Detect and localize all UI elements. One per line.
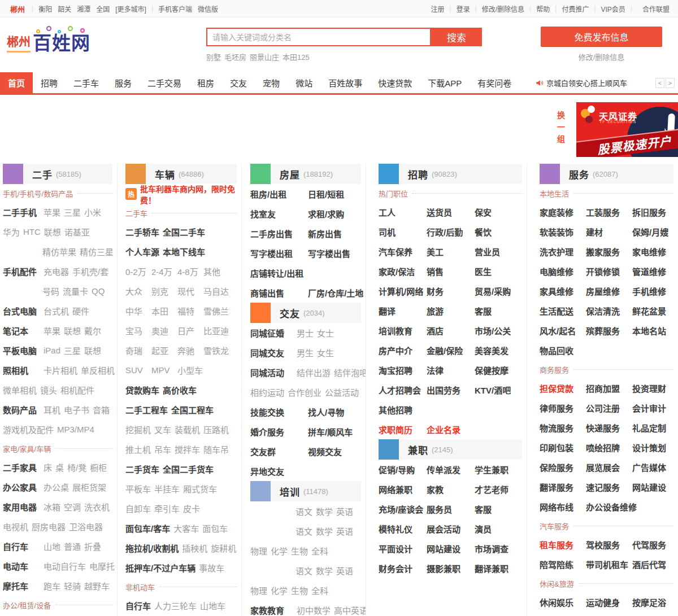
app-link[interactable]: 手机客户端 (158, 6, 192, 14)
category-link[interactable]: 演员 (475, 523, 520, 535)
category-link[interactable]: 保安 (475, 206, 520, 218)
category-link[interactable]: 办公设备维修 (586, 501, 637, 513)
sub-link[interactable]: 男生 (297, 347, 314, 359)
sub-link[interactable]: 挖掘机 (125, 423, 151, 435)
sub-link[interactable]: 宝马 (125, 325, 149, 337)
category-link[interactable]: 会计审计 (632, 402, 676, 414)
category-link[interactable]: 送货员 (427, 206, 472, 218)
ad-banner[interactable]: 天风证券 TF SECURITIES 股票极速开户 (576, 102, 678, 157)
category-link[interactable]: 展览展会 (586, 461, 629, 473)
category-link[interactable]: 电动车 (3, 560, 40, 572)
sub-link[interactable]: 插秧机 (182, 542, 207, 554)
sub-link[interactable]: 推土机 (125, 443, 151, 455)
sub-link[interactable]: 女士 (317, 327, 334, 339)
category-link[interactable]: 家教 (427, 483, 472, 495)
category-link[interactable]: 风水/起名 (540, 325, 583, 337)
sub-link[interactable]: 其他 (203, 265, 227, 277)
edit-delete-link[interactable]: 修改/删除信息 (579, 51, 625, 62)
sub-link[interactable]: 联想 (84, 344, 101, 356)
category-link[interactable]: 找人/寻物 (308, 406, 362, 418)
category-link[interactable]: 网站建设 (632, 481, 676, 493)
sub-link[interactable]: 现代 (177, 285, 201, 297)
sub-link[interactable]: 硬件 (72, 305, 89, 317)
category-link[interactable]: 商铺出售 (250, 287, 305, 299)
sub-link[interactable]: 镜头 (40, 384, 57, 396)
nav-item[interactable]: 二手车 (66, 72, 107, 93)
category-link[interactable]: 房屋维修 (586, 285, 629, 297)
sub-link[interactable]: 生物 (291, 584, 308, 596)
category-link[interactable]: 家政/保洁 (379, 265, 424, 277)
category-link[interactable]: 保洁清洗 (586, 305, 629, 317)
category-link[interactable]: 抵押车/不过户车辆 (125, 562, 195, 574)
sub-link[interactable]: 生物 (291, 545, 308, 557)
category-link[interactable]: 网站建设 (427, 543, 472, 554)
sub-link[interactable]: 起亚 (151, 344, 175, 356)
sub-link[interactable]: 全科 (311, 545, 328, 557)
category-link[interactable]: 才艺老师 (475, 483, 520, 495)
category-link[interactable]: 旅游 (427, 305, 472, 317)
sub-link[interactable]: 精仿三星 (80, 246, 114, 257)
sub-link[interactable]: 语文 (295, 565, 312, 576)
category-link[interactable]: 美工 (427, 246, 472, 257)
category-link[interactable]: 休闲娱乐 (540, 596, 583, 608)
next-button[interactable]: > (666, 78, 675, 88)
category-title[interactable]: 服务 (569, 167, 589, 181)
sub-link[interactable]: 别克 (151, 285, 175, 297)
post-info-button[interactable]: 免费发布信息 (541, 27, 662, 46)
sub-link[interactable]: 物理 (250, 545, 267, 557)
category-link[interactable]: 保健按摩 (475, 364, 520, 376)
category-link[interactable]: 全国二手车 (163, 226, 205, 238)
sub-link[interactable]: iPad (44, 346, 60, 355)
sub-link[interactable]: 合作创业 (288, 386, 321, 398)
sub-link[interactable]: 床 (44, 461, 52, 473)
category-link[interactable]: 物流服务 (540, 422, 583, 434)
sub-link[interactable]: 事故车 (199, 562, 224, 574)
nav-item[interactable]: 二手交易 (140, 72, 189, 93)
sub-link[interactable]: 中华 (125, 305, 149, 317)
category-link[interactable]: 自行车 (3, 540, 40, 552)
category-link[interactable]: 婚介服务 (250, 426, 305, 438)
category-link[interactable]: 代驾服务 (632, 539, 676, 551)
announcement-link[interactable]: 京城白领安心搭上顺风车 (536, 72, 627, 93)
sub-link[interactable]: 越野车 (84, 580, 110, 592)
sub-link[interactable]: 英语 (336, 505, 353, 517)
sub-link[interactable]: 英语 (336, 525, 353, 537)
sub-link[interactable]: 音箱 (93, 404, 110, 416)
nav-item[interactable]: 下载APP (420, 72, 470, 93)
category-link[interactable]: 展会活动 (427, 523, 472, 535)
sub-link[interactable]: MPV (151, 365, 175, 375)
highlight-link[interactable]: 担保贷款 (540, 382, 583, 394)
category-link[interactable]: 金融/保险 (427, 344, 472, 356)
category-title[interactable]: 二手 (32, 167, 53, 181)
category-link[interactable]: 洗衣护理 (540, 246, 583, 257)
sub-link[interactable]: 数学 (316, 565, 333, 576)
sub-link[interactable]: 全科 (311, 584, 328, 596)
category-link[interactable]: 拖拉机/收割机 (125, 542, 179, 554)
category-link[interactable]: 写字楼出售 (308, 247, 362, 259)
category-link[interactable]: 销售 (427, 265, 472, 277)
sub-link[interactable]: 耳机 (44, 404, 60, 416)
category-link[interactable]: 管道维修 (632, 265, 676, 277)
nav-item[interactable]: 交友 (222, 72, 255, 93)
sub-link[interactable]: 展柜货架 (72, 481, 106, 493)
category-link[interactable]: 物品回收 (540, 344, 583, 356)
topbar-link[interactable]: 付费推广 (562, 4, 589, 14)
category-link[interactable]: 行政/后勤 (427, 226, 472, 238)
nav-item[interactable]: 快速贷款 (370, 72, 420, 93)
sub-link[interactable]: 平板车 (125, 483, 151, 495)
category-link[interactable]: 财务 (427, 285, 472, 297)
sub-link[interactable]: 半挂车 (154, 483, 180, 495)
sub-link[interactable]: 旋耕机 (211, 542, 236, 554)
sub-link[interactable]: 随车吊 (203, 443, 229, 455)
city-link[interactable]: 衡阳 (38, 6, 52, 14)
city-link[interactable]: 湘潭 (77, 6, 90, 14)
category-link[interactable]: 司机 (379, 226, 424, 238)
nav-item[interactable]: 有奖问卷 (470, 72, 519, 93)
topbar-link[interactable]: 合作联盟 (642, 4, 670, 14)
category-title[interactable]: 交友 (280, 306, 300, 320)
sub-link[interactable]: 折叠 (84, 540, 101, 552)
sub-link[interactable]: 手机壳/套 (72, 265, 108, 277)
category-link[interactable]: 拆旧服务 (632, 206, 676, 218)
category-link[interactable]: 拼车/顺风车 (308, 426, 362, 438)
change-group-button[interactable]: 换一组 (555, 111, 566, 147)
